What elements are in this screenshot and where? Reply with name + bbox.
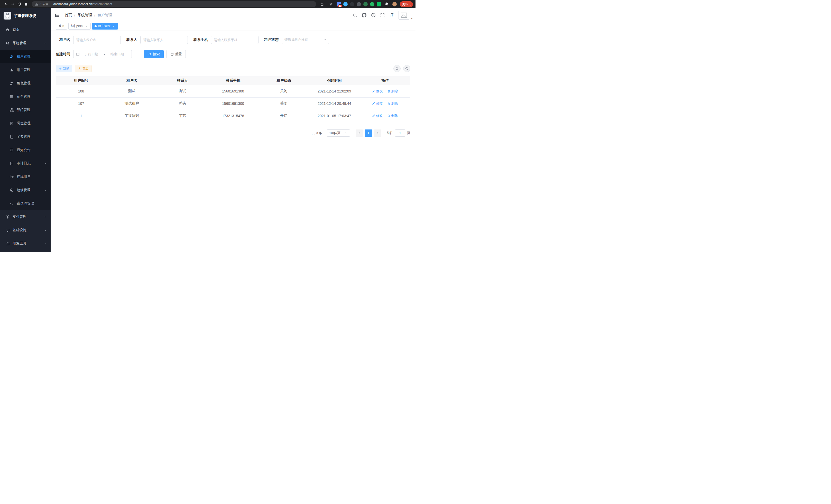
browser-refresh-icon[interactable]: [16, 1, 23, 7]
topbar-icons: TT ▾: [353, 11, 409, 20]
sidebar-item-home[interactable]: 首页: [0, 23, 51, 36]
sidebar-item-dict[interactable]: 字典管理: [0, 130, 51, 143]
start-date-placeholder: 开始日期: [80, 52, 103, 57]
cell-contact: 秃头: [157, 97, 208, 110]
browser-profile-avatar[interactable]: [392, 2, 397, 6]
sidebar-item-role[interactable]: 角色管理: [0, 77, 51, 90]
sidebar-item-infra[interactable]: 基础设施: [0, 224, 51, 237]
sidebar-item-dept[interactable]: 部门管理: [0, 103, 51, 117]
browser-toolbar-right: 10 更新: [319, 1, 413, 7]
search-button[interactable]: 搜索: [144, 50, 164, 58]
sidebar-item-sms[interactable]: 短信管理: [0, 183, 51, 197]
browser-back-icon[interactable]: [3, 1, 9, 7]
update-button[interactable]: 更新: [400, 1, 413, 7]
sidebar-item-post[interactable]: 岗位管理: [0, 117, 51, 130]
tenant-name-input[interactable]: [73, 36, 121, 44]
browser-forward-icon[interactable]: [9, 1, 16, 7]
refresh-table-icon[interactable]: [403, 65, 410, 72]
page-number-button[interactable]: 1: [365, 129, 372, 137]
download-icon: [78, 67, 81, 70]
sidebar-item-online-users[interactable]: 在线用户: [0, 170, 51, 183]
status-select[interactable]: 请选择租户状态: [282, 36, 329, 44]
reset-button[interactable]: 重置: [166, 50, 186, 58]
yen-icon: [6, 215, 9, 219]
bookmark-star-icon[interactable]: [327, 1, 334, 7]
fullscreen-icon[interactable]: [380, 13, 385, 18]
sidebar-fold-icon[interactable]: [55, 13, 60, 18]
not-secure-warning[interactable]: 不安全: [35, 2, 49, 6]
tab-dept[interactable]: 部门管理 ×: [68, 23, 91, 30]
extension-icon-6[interactable]: [370, 2, 374, 6]
extension-icon-1[interactable]: 10: [337, 2, 341, 6]
delete-link[interactable]: 删除: [387, 101, 398, 106]
close-icon[interactable]: ×: [112, 24, 115, 28]
phone-input[interactable]: [211, 36, 258, 44]
sidebar-item-menu[interactable]: 菜单管理: [0, 90, 51, 103]
calendar-icon: [76, 52, 80, 56]
filter-contact: 联系人: [126, 36, 188, 44]
filter-row-1: 租户名 联系人 联系手机 租户状态 请选择租户状态: [56, 36, 410, 44]
user-avatar[interactable]: [399, 11, 409, 20]
help-icon[interactable]: [371, 13, 376, 18]
delete-link[interactable]: 删除: [387, 89, 398, 93]
pagination: 共 3 条 10条/页 1 前往: [56, 129, 410, 137]
sidebar-item-error-code[interactable]: 错误码管理: [0, 197, 51, 210]
tab-home[interactable]: 首页: [56, 23, 67, 30]
extensions-puzzle-icon[interactable]: [383, 1, 390, 7]
user-icon: [10, 68, 13, 72]
prev-page-button[interactable]: [355, 129, 363, 137]
sidebar-item-dev-tools[interactable]: 研发工具: [0, 237, 51, 250]
edit-link[interactable]: 修改: [372, 89, 382, 93]
chevron-down-icon: [44, 162, 47, 165]
contact-input[interactable]: [140, 36, 188, 44]
cell-created-at: 2021-12-14 20:49:44: [309, 97, 360, 110]
cell-tenant-id: 107: [56, 97, 106, 110]
edit-link[interactable]: 修改: [372, 114, 382, 118]
goto-page-input[interactable]: [395, 129, 405, 137]
date-range-input[interactable]: 开始日期 - 结束日期: [73, 50, 132, 58]
font-size-icon[interactable]: TT: [389, 13, 393, 17]
next-page-button[interactable]: [374, 129, 381, 137]
breadcrumb-item[interactable]: 首页: [65, 13, 72, 18]
breadcrumb-item[interactable]: 系统管理: [78, 13, 92, 18]
sidebar: 芋道管理系统 首页 系统管理 租户管理 用户管理: [0, 8, 51, 252]
tab-tenant[interactable]: 租户管理 ×: [92, 23, 118, 30]
contact-label: 联系人: [126, 37, 137, 42]
edit-link[interactable]: 修改: [372, 101, 382, 106]
extension-icon-5[interactable]: [363, 2, 368, 6]
extension-icon-2[interactable]: [343, 2, 348, 6]
breadcrumb-separator: /: [74, 13, 75, 17]
caret-down-icon[interactable]: ▾: [411, 17, 412, 20]
status-select-placeholder: 请选择租户状态: [284, 37, 308, 42]
url-divider: [51, 3, 51, 6]
page-size-select[interactable]: 10条/页: [327, 129, 350, 137]
sidebar-item-notice[interactable]: 通知公告: [0, 143, 51, 157]
extension-icon-7[interactable]: [377, 2, 381, 6]
list-icon: [10, 95, 13, 99]
sidebar-item-audit-log[interactable]: 审计日志: [0, 157, 51, 170]
toggle-search-icon[interactable]: [393, 65, 401, 72]
column-header: 创建时间: [309, 76, 360, 85]
delete-link[interactable]: 删除: [387, 114, 398, 118]
url-bar[interactable]: 不安全 dashboard.yudao.iocoder.cn /system/t…: [32, 1, 316, 7]
sidebar-item-payment[interactable]: 支付管理: [0, 210, 51, 224]
search-icon[interactable]: [353, 13, 357, 18]
add-button[interactable]: 新增: [56, 65, 72, 72]
chevron-down-icon: [44, 242, 47, 245]
cell-tenant-name: 芋道源码: [106, 110, 157, 122]
sidebar-item-system[interactable]: 系统管理: [0, 36, 51, 50]
extension-icon-3[interactable]: [350, 2, 354, 6]
sidebar-item-user[interactable]: 用户管理: [0, 63, 51, 77]
sidebar-item-label: 错误码管理: [17, 201, 34, 206]
logo[interactable]: 芋道管理系统: [0, 8, 51, 23]
kebab-menu-icon[interactable]: [409, 2, 411, 6]
export-button[interactable]: 导出: [75, 65, 91, 72]
sidebar-item-tenant[interactable]: 租户管理: [0, 50, 51, 63]
github-icon[interactable]: [362, 13, 366, 18]
browser-home-icon[interactable]: [23, 1, 29, 7]
edit-note-icon: [10, 161, 13, 166]
close-icon[interactable]: ×: [85, 24, 88, 28]
tab-label: 租户管理: [98, 24, 111, 28]
extension-icon-4[interactable]: [357, 2, 361, 6]
share-icon[interactable]: [319, 1, 325, 7]
